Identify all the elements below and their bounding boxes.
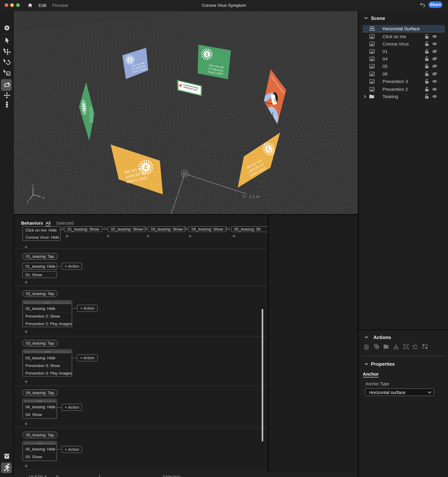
svg-text:X: 1.0 m: X: 1.0 m: [243, 194, 260, 199]
svg-text:Z: Z: [27, 200, 29, 204]
svg-text:Y: Y: [32, 184, 34, 188]
svg-text:X: X: [42, 196, 44, 200]
